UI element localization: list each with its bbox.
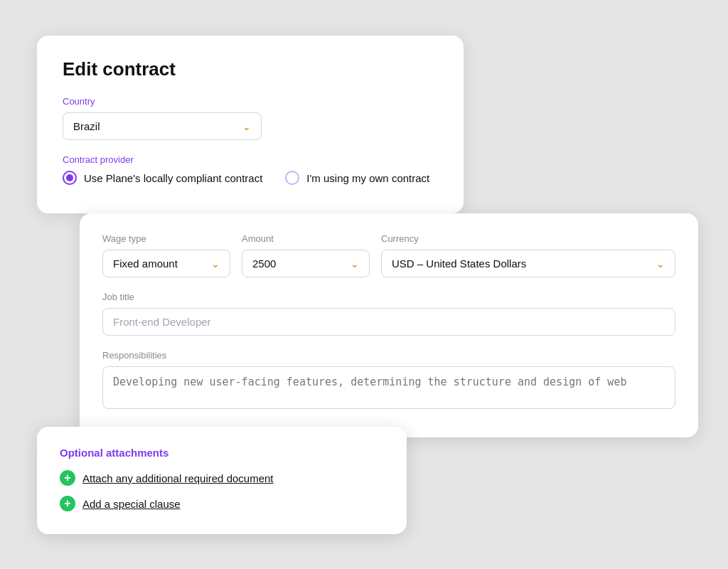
- optional-attachments-card: Optional attachments + Attach any additi…: [37, 427, 407, 534]
- currency-chevron-icon: ⌄: [656, 258, 665, 270]
- page-title: Edit contract: [63, 58, 438, 80]
- wage-type-col: Wage type Fixed amount ⌄: [102, 233, 230, 277]
- country-value: Brazil: [73, 120, 100, 132]
- attachment-label-1[interactable]: Add a special clause: [82, 498, 181, 510]
- amount-label: Amount: [242, 233, 370, 244]
- country-select[interactable]: Brazil ⌄: [63, 112, 262, 140]
- radio-circle-plane: [63, 171, 77, 185]
- attachment-item-0[interactable]: + Attach any additional required documen…: [60, 470, 384, 486]
- wage-row: Wage type Fixed amount ⌄ Amount 2500 ⌄ C…: [102, 233, 675, 277]
- wage-type-select[interactable]: Fixed amount ⌄: [102, 250, 230, 277]
- job-title-input[interactable]: [102, 308, 675, 336]
- contract-provider-radio-group: Use Plane's locally compliant contract I…: [63, 171, 438, 185]
- country-label: Country: [63, 96, 438, 107]
- radio-circle-own: [285, 171, 299, 185]
- amount-col: Amount 2500 ⌄: [242, 233, 370, 277]
- amount-value: 2500: [252, 257, 276, 270]
- amount-chevron-icon: ⌄: [350, 258, 359, 270]
- country-chevron-icon: ⌄: [242, 121, 251, 132]
- currency-select[interactable]: USD – United States Dollars ⌄: [381, 250, 675, 277]
- attachments-title: Optional attachments: [60, 447, 384, 459]
- wage-type-value: Fixed amount: [113, 257, 178, 270]
- radio-plane-label: Use Plane's locally compliant contract: [84, 172, 262, 184]
- currency-col: Currency USD – United States Dollars ⌄: [381, 233, 675, 277]
- currency-value: USD – United States Dollars: [392, 257, 526, 270]
- contract-provider-label: Contract provider: [63, 154, 438, 165]
- attachment-item-1[interactable]: + Add a special clause: [60, 496, 384, 511]
- radio-plane-contract[interactable]: Use Plane's locally compliant contract: [63, 171, 262, 185]
- plus-icon-0: +: [60, 470, 75, 486]
- radio-own-label: I'm using my own contract: [306, 172, 429, 184]
- wage-type-label: Wage type: [102, 233, 230, 244]
- wage-details-card: Wage type Fixed amount ⌄ Amount 2500 ⌄ C…: [80, 213, 698, 437]
- responsibilities-textarea[interactable]: [102, 366, 675, 409]
- job-title-label: Job title: [102, 292, 675, 302]
- amount-select[interactable]: 2500 ⌄: [242, 250, 370, 277]
- responsibilities-label: Responsibilities: [102, 350, 675, 361]
- wage-type-chevron-icon: ⌄: [211, 258, 220, 270]
- attachment-label-0[interactable]: Attach any additional required document: [82, 472, 274, 484]
- currency-label: Currency: [381, 233, 675, 244]
- plus-icon-1: +: [60, 496, 75, 511]
- radio-own-contract[interactable]: I'm using my own contract: [285, 171, 429, 185]
- edit-contract-card: Edit contract Country Brazil ⌄ Contract …: [37, 36, 464, 213]
